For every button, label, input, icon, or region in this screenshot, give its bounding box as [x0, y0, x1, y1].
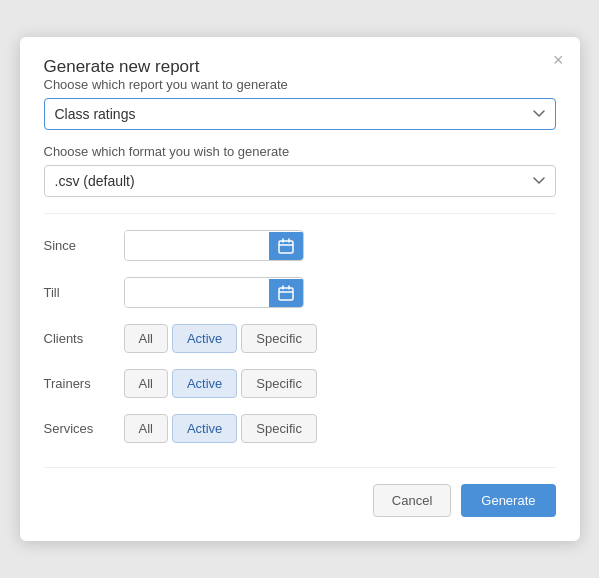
till-calendar-button[interactable]	[269, 279, 303, 307]
clients-all-button[interactable]: All	[124, 324, 168, 353]
svg-rect-1	[279, 288, 293, 300]
clients-toggle-group: All Active Specific	[124, 324, 317, 353]
modal-overlay: Generate new report × Choose which repor…	[0, 0, 599, 578]
format-select[interactable]: .csv (default) .xlsx .pdf	[44, 165, 556, 197]
services-all-button[interactable]: All	[124, 414, 168, 443]
trainers-all-button[interactable]: All	[124, 369, 168, 398]
modal-footer: Cancel Generate	[44, 467, 556, 517]
clients-row: Clients All Active Specific	[44, 324, 556, 353]
since-row: Since	[44, 230, 556, 261]
format-label: Choose which format you wish to generate	[44, 144, 556, 159]
services-row: Services All Active Specific	[44, 414, 556, 443]
modal-container: Generate new report × Choose which repor…	[20, 37, 580, 541]
format-group: Choose which format you wish to generate…	[44, 144, 556, 197]
report-type-label: Choose which report you want to generate	[44, 77, 556, 92]
close-button[interactable]: ×	[553, 51, 564, 69]
report-type-group: Choose which report you want to generate…	[44, 77, 556, 130]
calendar-icon	[278, 238, 294, 254]
cancel-button[interactable]: Cancel	[373, 484, 451, 517]
clients-label: Clients	[44, 331, 124, 346]
modal-title: Generate new report	[44, 57, 200, 76]
till-row: Till	[44, 277, 556, 308]
divider	[44, 213, 556, 214]
trainers-toggle-group: All Active Specific	[124, 369, 317, 398]
services-specific-button[interactable]: Specific	[241, 414, 317, 443]
till-input-wrapper	[124, 277, 304, 308]
services-label: Services	[44, 421, 124, 436]
since-calendar-button[interactable]	[269, 232, 303, 260]
since-input-wrapper	[124, 230, 304, 261]
clients-specific-button[interactable]: Specific	[241, 324, 317, 353]
calendar-icon	[278, 285, 294, 301]
svg-rect-0	[279, 241, 293, 253]
trainers-active-button[interactable]: Active	[172, 369, 237, 398]
trainers-label: Trainers	[44, 376, 124, 391]
since-label: Since	[44, 238, 124, 253]
till-input[interactable]	[125, 278, 269, 307]
since-input[interactable]	[125, 231, 269, 260]
trainers-specific-button[interactable]: Specific	[241, 369, 317, 398]
trainers-row: Trainers All Active Specific	[44, 369, 556, 398]
services-toggle-group: All Active Specific	[124, 414, 317, 443]
report-type-select[interactable]: Class ratings Attendance Revenue Members…	[44, 98, 556, 130]
till-label: Till	[44, 285, 124, 300]
clients-active-button[interactable]: Active	[172, 324, 237, 353]
generate-button[interactable]: Generate	[461, 484, 555, 517]
services-active-button[interactable]: Active	[172, 414, 237, 443]
